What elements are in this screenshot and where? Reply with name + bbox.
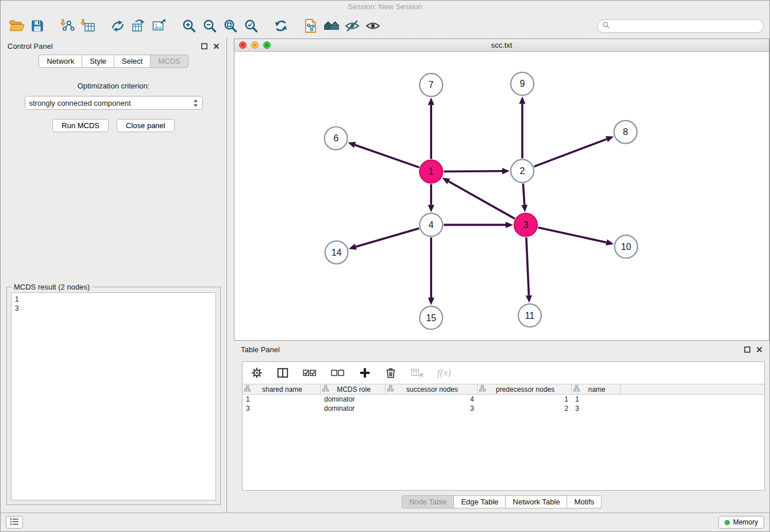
zoom-fit-icon[interactable] [220, 16, 241, 36]
table-cell: 1 [478, 395, 572, 403]
function-builder-icon: f(x) [437, 367, 451, 379]
memory-button[interactable]: Memory [718, 516, 764, 529]
memory-label: Memory [733, 518, 758, 526]
toolbar-separator [98, 26, 107, 26]
graph-edge-2-3[interactable] [523, 184, 524, 205]
delete-row-icon[interactable] [384, 367, 397, 379]
edge-arrowhead [606, 240, 614, 246]
edge-arrowhead [506, 222, 513, 228]
show-style-icon[interactable] [342, 16, 363, 36]
table-cell: 3 [386, 404, 478, 413]
open-file-icon[interactable] [6, 16, 27, 36]
add-row-icon[interactable] [359, 367, 371, 379]
tab-network-table[interactable]: Network Table [506, 495, 567, 508]
gear-icon[interactable] [251, 367, 263, 379]
graph-node-label: 3 [523, 220, 528, 230]
column-sort-icon [322, 385, 329, 394]
search-input[interactable] [613, 22, 759, 30]
zoom-window-button[interactable]: + [263, 41, 271, 49]
float-panel-icon[interactable] [201, 43, 207, 49]
column-sort-icon [244, 385, 251, 394]
graph-node-label: 7 [429, 80, 434, 90]
table-row[interactable]: 3dominator323 [242, 404, 764, 413]
tab-select[interactable]: Select [114, 55, 151, 68]
split-pane-divider[interactable] [227, 38, 234, 512]
home-icon[interactable] [321, 16, 342, 36]
show-graphics-details-icon[interactable] [363, 16, 383, 36]
toolbar-separator [261, 26, 271, 26]
refresh-icon[interactable] [271, 16, 291, 36]
network-canvas[interactable]: 7968124314101511 [234, 52, 769, 340]
tab-edge-table[interactable]: Edge Table [454, 495, 506, 508]
column-header-shared-name[interactable]: shared name [242, 384, 321, 394]
graph-edge-1-2[interactable] [444, 171, 502, 172]
tab-motifs[interactable]: Motifs [567, 495, 602, 508]
tab-style[interactable]: Style [82, 55, 114, 68]
right-column: scc.txt ×−+ 7968124314101511 Table Panel… [234, 38, 769, 512]
export-table-icon[interactable] [128, 16, 149, 36]
edge-arrowhead [606, 136, 614, 142]
float-panel-icon[interactable] [744, 346, 750, 353]
edge-arrowhead [521, 205, 528, 212]
network-window-title: scc.txt [234, 41, 769, 49]
graph-edge-3-1[interactable] [449, 182, 515, 219]
toolbar-button-group [6, 16, 383, 36]
toolbar-separator [48, 26, 57, 26]
graph-edge-4-14[interactable] [356, 229, 419, 247]
zoom-out-icon[interactable] [199, 16, 220, 36]
mcds-result-group: MCDS result (2 nodes) 1 3 [6, 287, 221, 505]
tab-network[interactable]: Network [38, 55, 82, 68]
export-image-icon[interactable] [149, 16, 170, 36]
graph-edge-3-10[interactable] [538, 228, 606, 242]
table-cell: 3 [572, 404, 621, 413]
zoom-in-icon[interactable] [179, 16, 199, 36]
graph-edge-1-6[interactable] [355, 145, 419, 167]
close-window-button[interactable]: × [239, 41, 247, 49]
select-all-icon[interactable] [302, 367, 317, 379]
mcds-result-title: MCDS result (2 nodes) [11, 283, 92, 291]
criterion-dropdown[interactable]: strongly connected component [25, 96, 203, 110]
graph-node-label: 14 [332, 248, 342, 257]
import-network-icon[interactable] [57, 16, 78, 36]
column-header-MCDS-role[interactable]: MCDS role [321, 384, 386, 394]
task-history-button[interactable] [6, 516, 23, 529]
graph-node-label: 9 [519, 79, 525, 88]
graph-node-label: 1 [429, 167, 434, 176]
edge-arrowhead [348, 142, 356, 148]
tab-node-table[interactable]: Node Table [402, 495, 455, 508]
column-header-successor-nodes[interactable]: successor nodes [386, 384, 478, 394]
edge-arrowhead [526, 295, 532, 303]
minimize-window-button[interactable]: − [251, 41, 259, 49]
column-header-predecessor-nodes[interactable]: predecessor nodes [478, 384, 572, 394]
table-cell: 1 [242, 395, 321, 403]
columns-icon[interactable] [276, 367, 289, 379]
network-window-titlebar[interactable]: scc.txt ×−+ [234, 39, 769, 52]
main-area: Control Panel NetworkStyleSelectMCDS Opt… [1, 38, 769, 512]
run-mcds-button[interactable]: Run MCDS [52, 119, 109, 132]
close-panel-icon[interactable] [756, 346, 763, 353]
deselect-all-icon[interactable] [330, 367, 345, 379]
table-toolbar: f(x) [242, 362, 764, 384]
memory-status-icon [725, 520, 730, 525]
graph-edge-3-11[interactable] [526, 237, 529, 295]
graph-edge-2-8[interactable] [534, 139, 606, 167]
import-network-from-file-icon[interactable] [301, 16, 321, 36]
application-window: Session: New Session Control Panel Netwo… [0, 0, 770, 532]
tab-mcds[interactable]: MCDS [151, 55, 188, 68]
column-header-name[interactable]: name [572, 384, 621, 394]
edge-arrowhead [349, 244, 357, 250]
table-row[interactable]: 1dominator411 [242, 395, 764, 404]
save-session-icon[interactable] [27, 16, 48, 36]
zoom-selected-icon[interactable] [241, 16, 261, 36]
graph-node-label: 8 [623, 127, 628, 137]
search-icon [602, 21, 610, 30]
graph-node-label: 11 [525, 311, 535, 321]
search-box[interactable] [597, 20, 764, 33]
chevron-up-down-icon [193, 99, 198, 107]
import-table-icon[interactable] [78, 16, 98, 36]
new-network-icon[interactable] [107, 16, 128, 36]
close-panel-icon[interactable] [213, 43, 220, 49]
close-panel-button[interactable]: Close panel [117, 119, 175, 132]
toolbar-separator [170, 26, 179, 26]
window-controls: ×−+ [239, 41, 271, 49]
